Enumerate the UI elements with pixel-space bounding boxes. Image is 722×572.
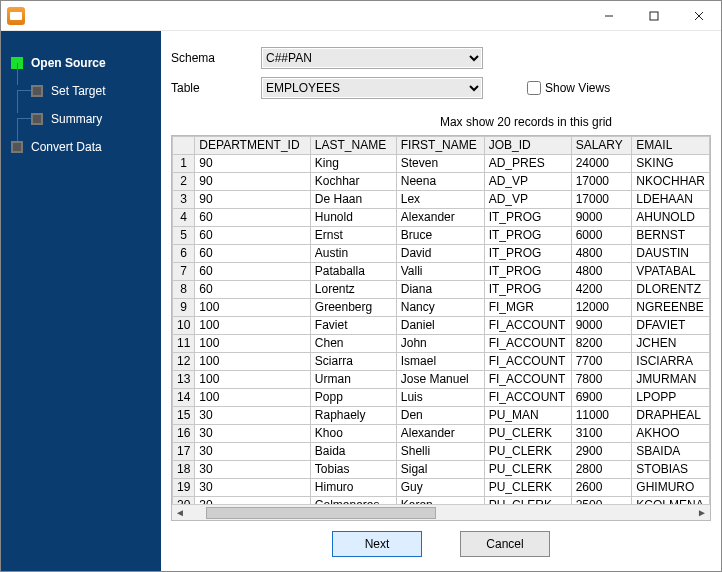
table-row[interactable]: 1830TobiasSigalPU_CLERK2800STOBIAS bbox=[173, 461, 710, 479]
scroll-left-icon[interactable]: ◄ bbox=[172, 507, 188, 518]
cell[interactable]: John bbox=[396, 335, 484, 353]
cell[interactable]: Luis bbox=[396, 389, 484, 407]
cell[interactable]: AD_VP bbox=[484, 191, 571, 209]
cell[interactable]: 4800 bbox=[571, 263, 632, 281]
show-views-input[interactable] bbox=[527, 81, 541, 95]
cell[interactable]: 30 bbox=[195, 443, 310, 461]
row-number[interactable]: 12 bbox=[173, 353, 195, 371]
cell[interactable]: GHIMURO bbox=[632, 479, 710, 497]
cell[interactable]: SKING bbox=[632, 155, 710, 173]
cell[interactable]: 9000 bbox=[571, 209, 632, 227]
table-row[interactable]: 10100FavietDanielFI_ACCOUNT9000DFAVIET bbox=[173, 317, 710, 335]
cell[interactable]: AD_PRES bbox=[484, 155, 571, 173]
cell[interactable]: PU_CLERK bbox=[484, 425, 571, 443]
cell[interactable]: FI_ACCOUNT bbox=[484, 317, 571, 335]
column-header[interactable]: JOB_ID bbox=[484, 137, 571, 155]
column-header[interactable]: EMAIL bbox=[632, 137, 710, 155]
cell[interactable]: Pataballa bbox=[310, 263, 396, 281]
cell[interactable]: 2500 bbox=[571, 497, 632, 505]
cell[interactable]: 60 bbox=[195, 209, 310, 227]
cell[interactable]: Karen bbox=[396, 497, 484, 505]
table-row[interactable]: 290KochharNeenaAD_VP17000NKOCHHAR bbox=[173, 173, 710, 191]
cell[interactable]: Valli bbox=[396, 263, 484, 281]
cell[interactable]: IT_PROG bbox=[484, 245, 571, 263]
cell[interactable]: Sciarra bbox=[310, 353, 396, 371]
cell[interactable]: Lorentz bbox=[310, 281, 396, 299]
cell[interactable]: DAUSTIN bbox=[632, 245, 710, 263]
row-number[interactable]: 19 bbox=[173, 479, 195, 497]
cell[interactable]: 100 bbox=[195, 335, 310, 353]
step-open-source[interactable]: Open Source bbox=[1, 49, 161, 77]
cell[interactable]: Neena bbox=[396, 173, 484, 191]
cell[interactable]: FI_ACCOUNT bbox=[484, 335, 571, 353]
cell[interactable]: 2600 bbox=[571, 479, 632, 497]
table-row[interactable]: 1930HimuroGuyPU_CLERK2600GHIMURO bbox=[173, 479, 710, 497]
cell[interactable]: 30 bbox=[195, 497, 310, 505]
row-number[interactable]: 6 bbox=[173, 245, 195, 263]
cell[interactable]: 9000 bbox=[571, 317, 632, 335]
cell[interactable]: Bruce bbox=[396, 227, 484, 245]
cell[interactable]: Ismael bbox=[396, 353, 484, 371]
cell[interactable]: LDEHAAN bbox=[632, 191, 710, 209]
cell[interactable]: David bbox=[396, 245, 484, 263]
show-views-checkbox[interactable]: Show Views bbox=[523, 78, 610, 98]
cell[interactable]: De Haan bbox=[310, 191, 396, 209]
cell[interactable]: 100 bbox=[195, 389, 310, 407]
table-row[interactable]: 460HunoldAlexanderIT_PROG9000AHUNOLD bbox=[173, 209, 710, 227]
cell[interactable]: LPOPP bbox=[632, 389, 710, 407]
cell[interactable]: King bbox=[310, 155, 396, 173]
minimize-button[interactable] bbox=[586, 1, 631, 31]
cell[interactable]: ISCIARRA bbox=[632, 353, 710, 371]
table-row[interactable]: 9100GreenbergNancyFI_MGR12000NGREENBE bbox=[173, 299, 710, 317]
cell[interactable]: Ernst bbox=[310, 227, 396, 245]
cell[interactable]: Sigal bbox=[396, 461, 484, 479]
cell[interactable]: IT_PROG bbox=[484, 263, 571, 281]
table-row[interactable]: 14100PoppLuisFI_ACCOUNT6900LPOPP bbox=[173, 389, 710, 407]
cell[interactable]: JCHEN bbox=[632, 335, 710, 353]
cell[interactable]: 90 bbox=[195, 191, 310, 209]
cell[interactable]: Himuro bbox=[310, 479, 396, 497]
table-row[interactable]: 1630KhooAlexanderPU_CLERK3100AKHOO bbox=[173, 425, 710, 443]
column-header[interactable]: LAST_NAME bbox=[310, 137, 396, 155]
row-number[interactable]: 17 bbox=[173, 443, 195, 461]
step-set-target[interactable]: Set Target bbox=[1, 77, 161, 105]
cell[interactable]: Shelli bbox=[396, 443, 484, 461]
grid-scroll[interactable]: DEPARTMENT_IDLAST_NAMEFIRST_NAMEJOB_IDSA… bbox=[172, 136, 710, 504]
table-row[interactable]: 760PataballaValliIT_PROG4800VPATABAL bbox=[173, 263, 710, 281]
cell[interactable]: 11000 bbox=[571, 407, 632, 425]
row-number[interactable]: 2 bbox=[173, 173, 195, 191]
cell[interactable]: VPATABAL bbox=[632, 263, 710, 281]
cell[interactable]: Diana bbox=[396, 281, 484, 299]
cell[interactable]: DLORENTZ bbox=[632, 281, 710, 299]
row-number[interactable]: 9 bbox=[173, 299, 195, 317]
cell[interactable]: PU_CLERK bbox=[484, 479, 571, 497]
cell[interactable]: DRAPHEAL bbox=[632, 407, 710, 425]
row-number[interactable]: 15 bbox=[173, 407, 195, 425]
cell[interactable]: Austin bbox=[310, 245, 396, 263]
table-row[interactable]: 2030ColmenaresKarenPU_CLERK2500KCOLMENA bbox=[173, 497, 710, 505]
cell[interactable]: BERNST bbox=[632, 227, 710, 245]
cell[interactable]: DFAVIET bbox=[632, 317, 710, 335]
scroll-thumb[interactable] bbox=[206, 507, 436, 519]
cell[interactable]: PU_CLERK bbox=[484, 497, 571, 505]
cell[interactable]: Greenberg bbox=[310, 299, 396, 317]
cell[interactable]: FI_ACCOUNT bbox=[484, 353, 571, 371]
cell[interactable]: 8200 bbox=[571, 335, 632, 353]
cell[interactable]: STOBIAS bbox=[632, 461, 710, 479]
table-row[interactable]: 12100SciarraIsmaelFI_ACCOUNT7700ISCIARRA bbox=[173, 353, 710, 371]
cell[interactable]: Popp bbox=[310, 389, 396, 407]
cell[interactable]: IT_PROG bbox=[484, 227, 571, 245]
cell[interactable]: 17000 bbox=[571, 173, 632, 191]
cell[interactable]: FI_MGR bbox=[484, 299, 571, 317]
cell[interactable]: Jose Manuel bbox=[396, 371, 484, 389]
cell[interactable]: Baida bbox=[310, 443, 396, 461]
maximize-button[interactable] bbox=[631, 1, 676, 31]
cell[interactable]: AHUNOLD bbox=[632, 209, 710, 227]
table-select[interactable]: EMPLOYEES bbox=[261, 77, 483, 99]
table-row[interactable]: 13100UrmanJose ManuelFI_ACCOUNT7800JMURM… bbox=[173, 371, 710, 389]
cell[interactable]: 60 bbox=[195, 263, 310, 281]
cell[interactable]: 30 bbox=[195, 407, 310, 425]
cell[interactable]: IT_PROG bbox=[484, 281, 571, 299]
cell[interactable]: IT_PROG bbox=[484, 209, 571, 227]
cell[interactable]: 60 bbox=[195, 245, 310, 263]
